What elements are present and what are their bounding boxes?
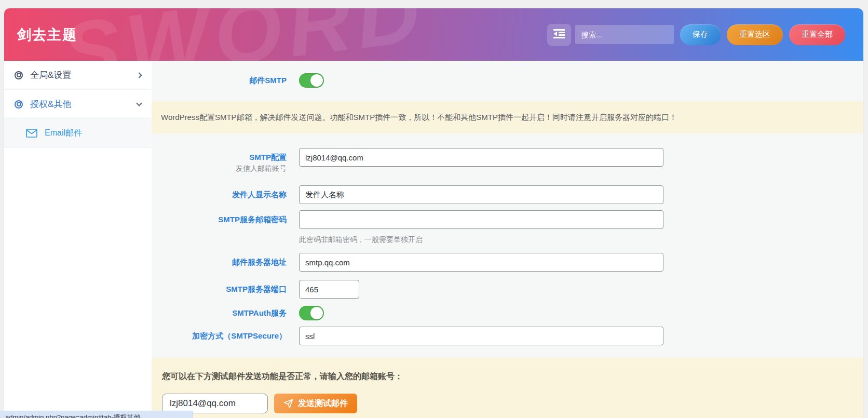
sidebar-item-label: 授权&其他	[30, 98, 71, 110]
smtp-notice-banner: WordPress配置SMTP邮箱，解决邮件发送问题。功能和SMTP插件一致，所…	[152, 101, 863, 133]
reset-all-button[interactable]: 重置全部	[789, 24, 845, 45]
paper-plane-icon	[283, 399, 293, 409]
theme-settings-card: SWORD 剑去主题 保存 重置选区 重置全部	[4, 8, 863, 418]
smtp-port-input[interactable]	[299, 280, 359, 299]
smtp-enable-toggle[interactable]	[299, 73, 324, 88]
smtp-secure-input[interactable]	[299, 327, 663, 345]
field-sublabel: 发信人邮箱账号	[152, 164, 287, 173]
smtp-enable-row: 邮件SMTP	[152, 73, 863, 88]
field-label: 加密方式（SMTPSecure）	[152, 331, 287, 341]
link-preview-text: admin/admin.php?page=admin#tab-授权其他	[5, 413, 141, 418]
field-label: 邮件SMTP	[249, 76, 287, 85]
bullseye-icon	[15, 71, 23, 79]
link-preview-statusbar: admin/admin.php?page=admin#tab-授权其他	[0, 411, 193, 418]
field-label: SMTP配置	[152, 152, 287, 163]
sidebar: 全局&设置 授权&其他 Email邮件	[4, 61, 152, 418]
test-email-section: 您可以在下方测试邮件发送功能是否正常，请输入您的邮箱账号： 发送测试邮件	[152, 358, 863, 418]
smtp-form: SMTP配置 发信人邮箱账号 发件人显示名称 SMTP服务邮箱密码	[152, 148, 863, 345]
form-row-mail-server: 邮件服务器地址	[152, 253, 863, 272]
save-button[interactable]: 保存	[680, 24, 721, 45]
field-label: 邮件服务器地址	[152, 257, 287, 267]
reset-selection-button[interactable]: 重置选区	[727, 24, 783, 45]
bullseye-icon	[15, 100, 23, 109]
field-label: 发件人显示名称	[152, 190, 287, 200]
notice-text: WordPress配置SMTP邮箱，解决邮件发送问题。功能和SMTP插件一致，所…	[161, 113, 677, 123]
field-label: SMTP服务器端口	[152, 284, 287, 294]
search-input[interactable]	[575, 25, 674, 44]
header: SWORD 剑去主题 保存 重置选区 重置全部	[4, 8, 863, 61]
send-test-email-button[interactable]: 发送测试邮件	[274, 394, 357, 413]
page-title: 剑去主题	[17, 25, 77, 44]
main-content: 邮件SMTP WordPress配置SMTP邮箱，解决邮件发送问题。功能和SMT…	[152, 61, 863, 418]
form-row-smtp-account: SMTP配置 发信人邮箱账号	[152, 148, 863, 173]
chevron-right-icon	[136, 72, 142, 78]
outdent-icon	[553, 29, 565, 40]
header-controls: 保存 重置选区 重置全部	[547, 24, 845, 46]
watermark-text: SWORD	[57, 8, 430, 61]
envelope-icon	[26, 129, 37, 138]
field-label: SMTP服务邮箱密码	[152, 214, 287, 225]
test-email-instruction: 您可以在下方测试邮件发送功能是否正常，请输入您的邮箱账号：	[162, 371, 853, 382]
chevron-down-icon	[136, 100, 142, 106]
smtp-password-input[interactable]	[299, 210, 663, 229]
sidebar-item-global-settings[interactable]: 全局&设置	[4, 61, 152, 90]
sidebar-item-email[interactable]: Email邮件	[4, 119, 152, 148]
sidebar-item-label: Email邮件	[45, 128, 82, 139]
mail-server-input[interactable]	[299, 253, 663, 272]
form-row-smtp-password: SMTP服务邮箱密码 此密码非邮箱密码，一般需要单独开启	[152, 210, 863, 245]
sidebar-item-auth-others[interactable]: 授权&其他	[4, 90, 152, 119]
password-helper-text: 此密码非邮箱密码，一般需要单独开启	[299, 235, 663, 245]
collapse-menu-button[interactable]	[547, 24, 571, 46]
sender-name-input[interactable]	[299, 185, 663, 204]
test-email-row: 发送测试邮件	[162, 394, 853, 413]
smtp-account-input[interactable]	[299, 148, 663, 167]
sidebar-item-label: 全局&设置	[30, 69, 71, 81]
form-row-sender-name: 发件人显示名称	[152, 185, 863, 204]
smtp-auth-toggle[interactable]	[299, 306, 324, 320]
form-row-smtp-port: SMTP服务器端口	[152, 280, 863, 299]
send-button-label: 发送测试邮件	[298, 398, 348, 409]
form-row-smtp-secure: 加密方式（SMTPSecure）	[152, 327, 863, 345]
form-row-smtp-auth: SMTPAuth服务	[152, 306, 863, 320]
field-label: SMTPAuth服务	[152, 308, 287, 318]
